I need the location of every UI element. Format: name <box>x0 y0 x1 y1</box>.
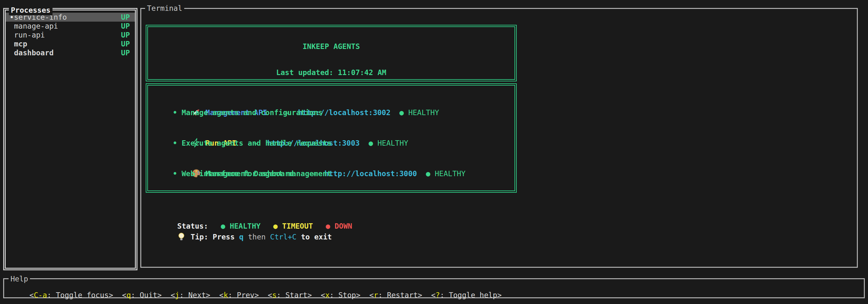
lightbulb-icon <box>177 232 186 241</box>
process-row-mcp[interactable]: mcp UP <box>6 39 135 48</box>
shortcut-next: <j: Next> <box>170 291 210 299</box>
service-line-dashboard: Management Dashboard→http://localhost:30… <box>148 158 515 169</box>
tip-suffix: to exit <box>301 233 332 241</box>
shortcut-key: x <box>325 291 330 299</box>
shortcut-restart: <r: Restart> <box>369 291 422 299</box>
process-status-badge: UP <box>121 31 130 39</box>
yellow-dot-icon: ● <box>273 222 278 230</box>
terminal-panel[interactable]: Terminal INKEEP AGENTS Last updated: 11:… <box>140 8 858 268</box>
shortcut-toggle-help: <?: Toggle help> <box>431 291 502 299</box>
tip-middle: then <box>248 233 266 241</box>
health-dot-icon: ● <box>368 139 373 147</box>
shortcut-key: r <box>374 291 378 299</box>
red-dot-icon: ● <box>326 222 330 230</box>
shortcut-key: s <box>272 291 277 299</box>
health-dot-icon: ● <box>426 169 430 178</box>
blank-line <box>148 117 515 128</box>
last-updated: Last updated: 11:07:42 AM <box>148 66 515 79</box>
service-url[interactable]: http://localhost:3000 <box>324 169 417 178</box>
service-health: HEALTHY <box>408 108 439 117</box>
status-label: Status: <box>177 222 208 230</box>
tip-key-q: q <box>239 233 244 241</box>
process-status-badge: UP <box>121 39 130 48</box>
process-row-run-api[interactable]: run-api UP <box>6 31 135 39</box>
service-description: • Execute agents and handle requests <box>148 138 515 148</box>
header-box: INKEEP AGENTS Last updated: 11:07:42 AM <box>146 25 517 81</box>
blank-line <box>148 87 515 97</box>
service-line-management-api: Management API→http://localhost:3002●HEA… <box>148 97 515 107</box>
shortcut-prev: <k: Prev> <box>219 291 259 299</box>
app-title: INKEEP AGENTS <box>148 40 515 53</box>
process-row-manage-api[interactable]: manage-api UP <box>6 22 135 31</box>
blank-line <box>148 179 515 189</box>
shortcut-key: k <box>224 291 228 299</box>
service-line-run-api: Run API→http://localhost:3003●HEALTHY <box>148 128 515 138</box>
blank-line <box>148 148 515 158</box>
shortcut-key: j <box>175 291 180 299</box>
shortcut-start: <s: Start> <box>268 291 312 299</box>
status-legend: Status:●HEALTHY●TIMEOUT●DOWN <box>146 210 857 221</box>
help-panel: Help <C-a: Toggle focus><q: Quit><j: Nex… <box>3 278 865 298</box>
help-panel-title: Help <box>8 274 30 284</box>
legend-healthy: ●HEALTHY <box>221 222 260 230</box>
process-name: dashboard <box>14 48 54 57</box>
process-name: manage-api <box>14 22 58 31</box>
processes-panel-title: Processes <box>9 5 53 15</box>
shortcut-stop: <x: Stop> <box>321 291 361 299</box>
health-dot-icon: ● <box>399 108 404 117</box>
process-name: mcp <box>14 39 27 48</box>
blank-line <box>148 53 515 66</box>
process-name: run-api <box>14 31 45 39</box>
process-row-dashboard[interactable]: dashboard UP <box>6 48 135 57</box>
shortcut-toggle-focus: <C-a: Toggle focus> <box>29 291 113 299</box>
services-box: Management API→http://localhost:3002●HEA… <box>146 83 517 193</box>
green-dot-icon: ● <box>221 222 225 230</box>
service-health: HEALTHY <box>377 139 408 147</box>
terminal-content: INKEEP AGENTS Last updated: 11:07:42 AM … <box>141 9 857 232</box>
process-status-badge: UP <box>121 22 130 31</box>
shortcut-quit: <q: Quit> <box>122 291 162 299</box>
terminal-panel-title: Terminal <box>145 3 184 13</box>
blank-line <box>148 27 515 40</box>
shortcut-key: C-a <box>34 291 47 299</box>
legend-timeout: ●TIMEOUT <box>273 222 313 230</box>
process-status-badge: UP <box>121 48 130 57</box>
process-list: •service-info UP manage-api UP run-api U… <box>6 10 135 57</box>
shortcut-key: q <box>126 291 131 299</box>
shortcut-key: ? <box>436 291 440 299</box>
process-status-badge: UP <box>121 13 130 22</box>
service-health: HEALTHY <box>435 169 465 178</box>
help-shortcuts: <C-a: Toggle focus><q: Quit><j: Next><k:… <box>4 279 864 304</box>
processes-panel: Processes •service-info UP manage-api UP… <box>3 8 137 270</box>
tip-prefix: Tip: Press <box>191 233 235 241</box>
legend-down: ●DOWN <box>326 222 352 230</box>
tip-ctrl-c: Ctrl+C <box>270 233 297 241</box>
